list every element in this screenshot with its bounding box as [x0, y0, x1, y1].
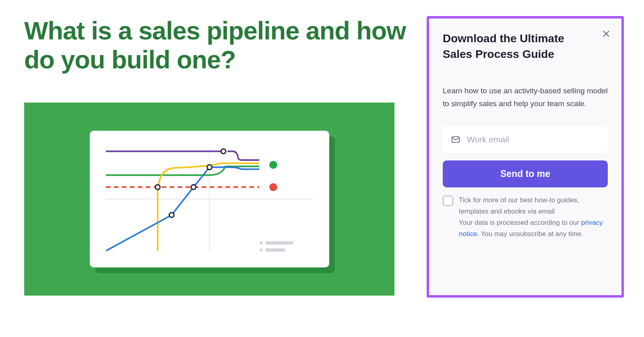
- download-guide-sidebar: Download the Ultimate Sales Process Guid…: [427, 16, 624, 298]
- consent-text: Tick for more of our best how-to guides,…: [459, 195, 608, 240]
- sidebar-description: Learn how to use an activity-based selli…: [443, 84, 608, 110]
- svg-point-6: [207, 165, 212, 170]
- svg-rect-13: [265, 249, 285, 252]
- mail-icon: [451, 135, 460, 144]
- close-button[interactable]: [601, 28, 612, 39]
- privacy-prefix: Your data is processed according to our: [459, 219, 581, 226]
- consent-checkbox[interactable]: [443, 195, 453, 206]
- svg-point-3: [155, 185, 160, 189]
- svg-point-10: [260, 241, 263, 245]
- send-to-me-button[interactable]: Send to me: [443, 160, 608, 187]
- consent-label: Tick for more of our best how-to guides,…: [459, 196, 579, 215]
- svg-point-5: [191, 185, 196, 189]
- line-chart-icon: [106, 143, 313, 255]
- privacy-suffix: . You may unsubscribe at any time.: [477, 230, 583, 238]
- close-icon: [602, 29, 611, 38]
- email-input-wrapper[interactable]: [443, 126, 608, 153]
- chart-illustration: [90, 131, 329, 267]
- svg-point-4: [169, 213, 174, 218]
- sidebar-title: Download the Ultimate Sales Process Guid…: [443, 31, 608, 62]
- svg-point-9: [269, 183, 277, 191]
- svg-rect-11: [265, 241, 293, 245]
- svg-point-12: [260, 249, 263, 252]
- email-field[interactable]: [467, 135, 600, 144]
- svg-point-7: [221, 149, 226, 154]
- svg-point-8: [269, 161, 277, 169]
- page-title: What is a sales pipeline and how do you …: [24, 16, 411, 74]
- main-content: What is a sales pipeline and how do you …: [24, 16, 411, 321]
- hero-image: [24, 103, 394, 296]
